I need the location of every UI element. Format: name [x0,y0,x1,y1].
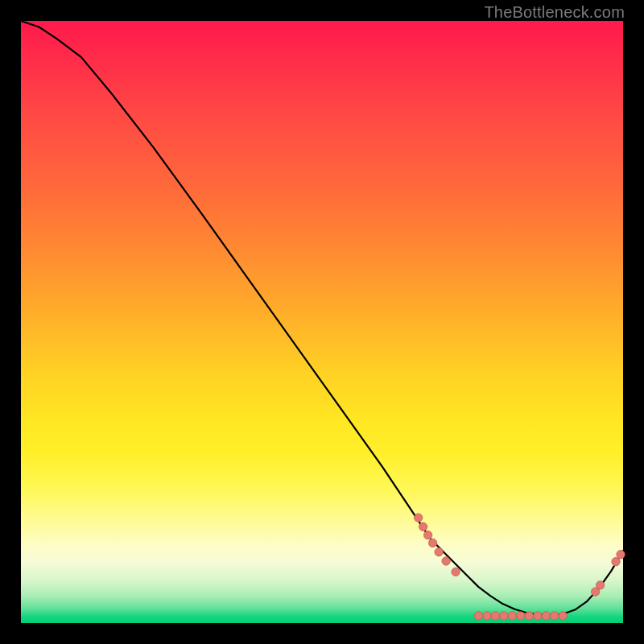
data-marker [612,558,620,566]
data-marker [442,557,450,565]
data-marker [542,612,550,620]
data-marker [617,551,625,559]
data-marker [525,612,533,620]
data-marker [596,581,604,589]
data-marker [428,539,436,547]
data-marker [551,612,559,620]
data-marker [559,612,567,620]
curve-layer [21,21,623,623]
data-marker [500,612,508,620]
data-marker [435,548,443,556]
data-marker [483,612,491,620]
plot-area [21,21,623,623]
data-marker [508,612,516,620]
data-marker [423,531,431,539]
data-marker [491,612,499,620]
bottleneck-curve [21,21,623,615]
data-marker [534,612,542,620]
data-marker [419,522,427,530]
data-marker [414,514,422,522]
chart-stage: TheBottleneck.com [0,0,644,644]
data-marker [452,568,460,576]
data-marker [474,612,482,620]
data-markers [414,514,625,620]
watermark-label: TheBottleneck.com [484,3,625,22]
data-marker [517,612,525,620]
